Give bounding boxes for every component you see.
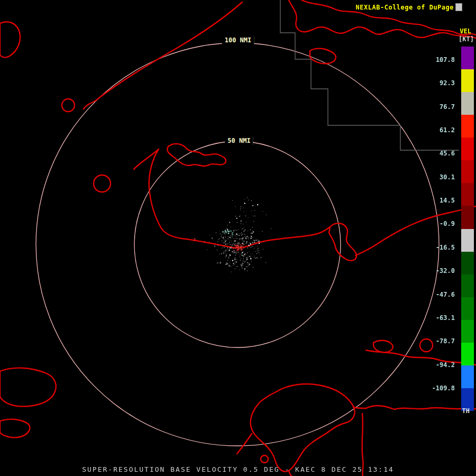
colorbar-segment xyxy=(461,115,474,138)
colorbar-segment xyxy=(461,47,474,69)
cod-logo-glyph xyxy=(455,3,462,11)
colorbar-segment xyxy=(461,92,474,115)
colorbar-segment xyxy=(461,274,474,297)
colorbar-segment xyxy=(461,69,474,92)
radar-display: 100 NMI 50 NMI NEXLAB-College of DuPage … xyxy=(0,0,476,476)
colorbar-segment xyxy=(461,365,474,388)
colorbar-segments xyxy=(461,47,474,411)
colorbar-segment xyxy=(461,320,474,343)
ring-label-100nmi: 100 NMI xyxy=(222,36,254,44)
colorbar-segment xyxy=(461,297,474,320)
colorbar-segment xyxy=(461,229,474,252)
radar-echoes-canvas xyxy=(0,0,476,476)
colorbar-segment xyxy=(461,252,474,274)
colorbar-segment xyxy=(461,138,474,160)
product-caption: SUPER-RESOLUTION BASE VELOCITY 0.5 DEG -… xyxy=(0,465,476,473)
colorbar-segment xyxy=(461,183,474,206)
ring-label-50nmi: 50 NMI xyxy=(225,136,253,145)
colorbar-unit-sub: [KT] xyxy=(459,35,474,43)
colorbar-th-label: TH xyxy=(462,407,470,415)
colorbar-segment xyxy=(461,206,474,228)
colorbar-unit-label: VEL xyxy=(460,28,471,35)
colorbar-segment xyxy=(461,160,474,183)
colorbar-segment xyxy=(461,343,474,365)
site-title: NEXLAB-College of DuPage xyxy=(356,4,454,11)
